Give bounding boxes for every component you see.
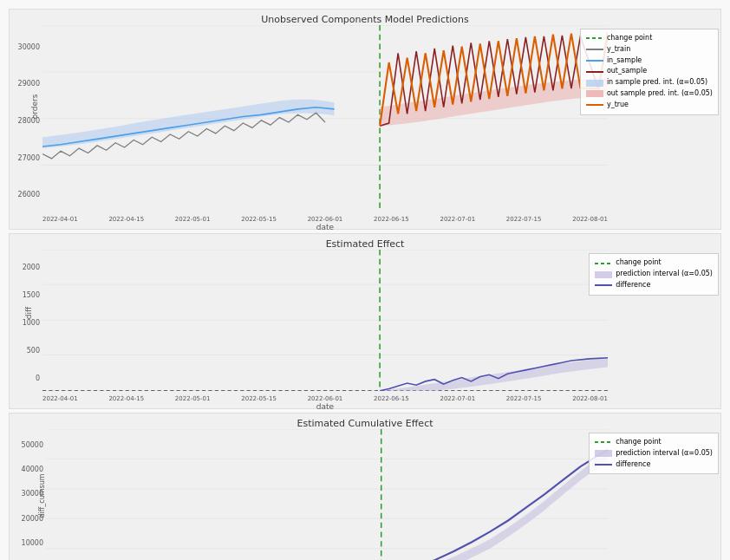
y-tick: 26000 [18, 191, 40, 199]
chart-mid-svg [42, 250, 608, 391]
chart-mid-legend: change point prediction interval (α=0.05… [589, 253, 719, 295]
y-axis-label-bot: diff_cumsum [38, 473, 46, 518]
x-ticks-mid: 2022-04-012022-04-152022-05-012022-05-15… [42, 394, 608, 402]
legend-mid-difference: difference [595, 280, 713, 291]
y-tick: 50000 [22, 441, 43, 449]
legend-mid-change-point: change point [595, 257, 713, 269]
x-ticks-top: 2022-04-012022-04-152022-05-012022-05-15… [42, 215, 608, 223]
y-tick: 1500 [23, 291, 40, 299]
chart-mid-panel: Estimated Effect 2000 1500 1000 500 0 di… [9, 233, 721, 409]
legend-outsample: out_sample [586, 66, 713, 77]
y-axis-label-mid: diff [24, 307, 33, 319]
legend-bot-difference: difference [595, 459, 713, 471]
y-axis-label-top: orders [30, 94, 39, 120]
legend-insample-pred: in sample pred. int. (α=0.05) [586, 77, 713, 88]
y-tick: 0 [36, 374, 40, 382]
y-tick: 29000 [18, 80, 40, 88]
main-container: Unobserved Components Model Predictions … [0, 0, 730, 560]
legend-ytrain: y_train [586, 44, 713, 55]
legend-bot-pred-int: prediction interval (α=0.05) [595, 448, 713, 459]
y-tick: 40000 [22, 466, 43, 473]
legend-bot-change-point: change point [595, 437, 713, 448]
y-tick: 2000 [23, 264, 40, 271]
x-axis-label-top: date [42, 223, 608, 233]
chart-bot-panel: Estimated Cumulative Effect 50000 40000 … [9, 413, 721, 560]
y-tick: 27000 [18, 154, 40, 162]
legend-insample: in_sample [586, 55, 713, 67]
legend-change-point: change point [586, 33, 713, 44]
x-axis-label-mid: date [42, 402, 608, 413]
legend-ytrue: y_true [586, 100, 713, 111]
chart-bot-legend: change point prediction interval (α=0.05… [589, 433, 719, 474]
legend-outsample-pred: out sample pred. int. (α=0.05) [586, 88, 713, 100]
chart-mid-title: Estimated Effect [10, 234, 720, 250]
chart-bot-svg [46, 429, 608, 560]
chart-top-panel: Unobserved Components Model Predictions … [9, 9, 721, 230]
chart-top-legend: change point y_train in_sample out_sampl… [580, 29, 719, 115]
y-tick: 500 [27, 347, 40, 355]
chart-bot-title: Estimated Cumulative Effect [10, 413, 720, 429]
y-tick: 1000 [23, 319, 40, 327]
y-tick: 30000 [18, 43, 40, 51]
chart-top-title: Unobserved Components Model Predictions [10, 10, 720, 25]
chart-top-svg [42, 25, 608, 212]
legend-mid-pred-int: prediction interval (α=0.05) [595, 269, 713, 280]
y-tick: 10000 [22, 539, 43, 547]
